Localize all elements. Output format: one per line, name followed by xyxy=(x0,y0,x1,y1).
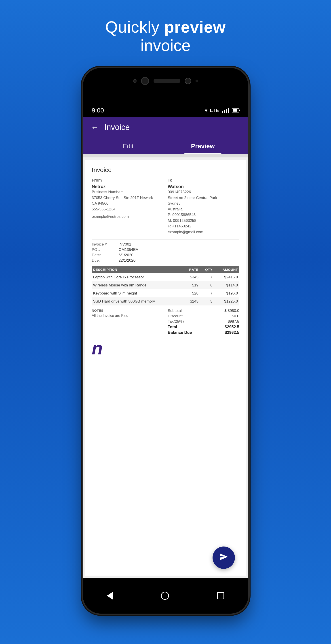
to-phone1: 00914573226 xyxy=(168,189,239,195)
invoice-heading: Invoice xyxy=(92,166,239,174)
bottom-nav xyxy=(83,578,248,614)
recents-square-icon xyxy=(217,592,224,599)
hero-line1: Quickly preview xyxy=(105,18,226,36)
tax-label: Tax(25%) xyxy=(168,319,184,324)
to-address: Street no 2 near Central Park xyxy=(168,195,239,201)
notch-dot-left xyxy=(133,79,137,83)
to-country: Australia xyxy=(168,206,239,212)
discount-label: Discount xyxy=(168,314,183,318)
hero-line2: invoice xyxy=(105,36,226,54)
table-row: Laptop with Core i5 Processor $345 7 $24… xyxy=(92,273,239,281)
signal-bar-3 xyxy=(226,109,227,113)
status-icons: ▾ LTE xyxy=(205,107,239,114)
totals-subtotal-row: Subtotal $ 3950.0 xyxy=(168,308,239,313)
wifi-icon: ▾ xyxy=(205,107,207,114)
logo-area: n xyxy=(92,340,239,357)
totals-total-row: Total $2952.5 xyxy=(168,325,239,330)
scroll-indicator xyxy=(83,154,248,158)
tab-preview[interactable]: Preview xyxy=(166,138,240,154)
totals-tax-row: Tax(25%) $987.5 xyxy=(168,319,239,324)
total-value: $2952.5 xyxy=(225,325,239,330)
meta-po: PO # OM1354EA xyxy=(92,248,239,252)
meta-table: Invoice # INV001 PO # OM1354EA Date: 6/1… xyxy=(92,242,239,263)
nav-back-button[interactable] xyxy=(107,592,113,600)
notch-speaker xyxy=(154,79,180,83)
item-rate: $245 xyxy=(183,298,200,306)
phone-mockup: 9:00 ▾ LTE ← Invoice Edit Previ xyxy=(83,68,248,614)
meta-date-label: Date: xyxy=(92,253,114,258)
notch-elements xyxy=(133,77,198,85)
item-description: Wireless Mouse with 9m Range xyxy=(92,281,183,289)
from-phone: 555-555-1234 xyxy=(92,206,163,212)
totals-discount-row: Discount $0.0 xyxy=(168,314,239,318)
app-title: Invoice xyxy=(104,122,130,132)
meta-invoice-label: Invoice # xyxy=(92,242,114,247)
item-amount: $2415.0 xyxy=(214,273,239,281)
table-row: Keyboard with Slim height $28 7 $196.0 xyxy=(92,289,239,298)
back-triangle-icon xyxy=(107,592,113,600)
phone-top-bar xyxy=(83,68,248,104)
col-description: DESCRIPTION xyxy=(92,266,183,273)
table-row: Wireless Mouse with 9m Range $19 6 $114.… xyxy=(92,281,239,289)
balance-label: Balance Due xyxy=(168,330,192,335)
meta-po-label: PO # xyxy=(92,248,114,252)
tab-bar: Edit Preview xyxy=(91,138,240,154)
col-amount: AMOUNT xyxy=(214,266,239,273)
back-button[interactable]: ← xyxy=(91,122,99,132)
send-icon xyxy=(219,552,228,563)
items-table-body: Laptop with Core i5 Processor $345 7 $24… xyxy=(92,273,239,306)
to-company: Watson xyxy=(168,184,239,189)
item-qty: 7 xyxy=(200,289,214,298)
items-table-header: DESCRIPTION RATE QTY AMOUNT xyxy=(92,266,239,273)
nav-home-button[interactable] xyxy=(161,592,169,600)
items-header-row: DESCRIPTION RATE QTY AMOUNT xyxy=(92,266,239,273)
item-rate: $28 xyxy=(183,289,200,298)
lte-label: LTE xyxy=(210,108,219,113)
status-bar: 9:00 ▾ LTE xyxy=(83,104,248,117)
notch-dot-right xyxy=(196,80,198,82)
notes-text: All the Invoice are Paid xyxy=(92,314,163,318)
from-label: From xyxy=(92,178,163,183)
content-area: Invoice From Netroz Business Number: 370… xyxy=(83,158,248,578)
invoice-document: Invoice From Netroz Business Number: 370… xyxy=(85,160,246,576)
subtotal-value: $ 3950.0 xyxy=(224,308,239,313)
item-qty: 7 xyxy=(200,273,214,281)
meta-due: Due: 22/1/2020 xyxy=(92,258,239,263)
tax-value: $987.5 xyxy=(228,319,239,324)
meta-po-value: OM1354EA xyxy=(119,248,138,252)
balance-value: $2962.5 xyxy=(225,330,239,335)
to-f: F: +11463242 xyxy=(168,224,239,229)
tab-edit[interactable]: Edit xyxy=(91,138,166,154)
to-label: To xyxy=(168,178,239,183)
app-title-row: ← Invoice xyxy=(91,122,240,132)
to-email: example@gmail.com xyxy=(168,229,239,235)
meta-date: Date: 6/1/2020 xyxy=(92,253,239,258)
from-to-section: From Netroz Business Number: 37053 Cherr… xyxy=(92,178,239,235)
item-qty: 6 xyxy=(200,281,214,289)
item-amount: $114.0 xyxy=(214,281,239,289)
item-rate: $345 xyxy=(183,273,200,281)
notch-camera xyxy=(141,77,149,85)
hero-line1-bold: preview xyxy=(164,18,226,36)
signal-bar-2 xyxy=(224,110,225,113)
meta-due-label: Due: xyxy=(92,258,114,263)
logo-n: n xyxy=(92,340,239,357)
subtotal-label: Subtotal xyxy=(168,308,182,313)
status-time: 9:00 xyxy=(92,107,104,114)
from-email: example@netroz.com xyxy=(92,214,163,220)
item-amount: $196.0 xyxy=(214,289,239,298)
to-column: To Watson 00914573226 Street no 2 near C… xyxy=(168,178,239,235)
send-fab[interactable] xyxy=(213,546,235,569)
hero-line1-normal: Quickly xyxy=(105,18,164,36)
nav-recents-button[interactable] xyxy=(217,592,224,599)
meta-invoice-value: INV001 xyxy=(119,242,131,247)
total-label: Total xyxy=(168,325,177,330)
to-p: P: 00915886545 xyxy=(168,212,239,218)
from-company: Netroz xyxy=(92,184,163,189)
divider-1 xyxy=(92,239,239,240)
notes-header: NOTES xyxy=(92,308,163,312)
item-description: SSD Hard drive with 500GB memory xyxy=(92,298,183,306)
signal-bar-1 xyxy=(222,111,223,113)
signal-bar-4 xyxy=(228,108,229,113)
col-rate: RATE xyxy=(183,266,200,273)
